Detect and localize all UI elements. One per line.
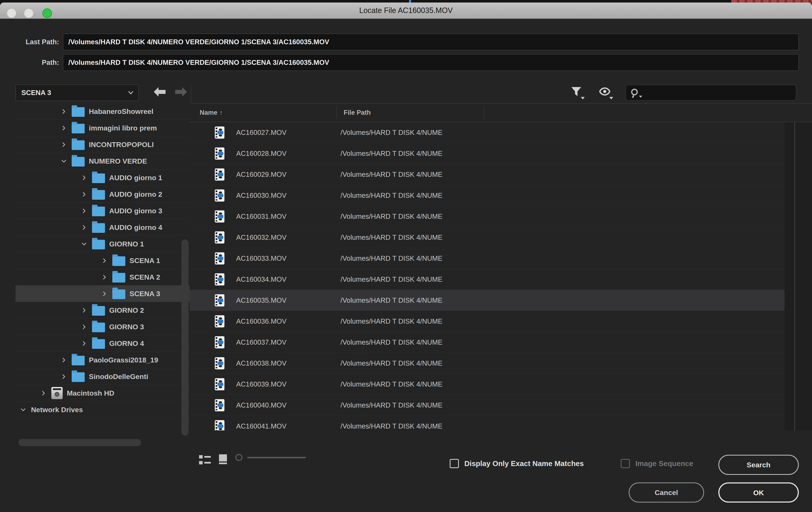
- file-row[interactable]: AC160036.MOV/Volumes/HARD T DISK 4/NUME: [190, 311, 785, 332]
- tree-row[interactable]: AUDIO giorno 3: [16, 203, 190, 219]
- tree-row[interactable]: HabaneroShowreel: [16, 103, 190, 120]
- image-sequence-checkbox[interactable]: [621, 459, 630, 468]
- file-path: /Volumes/HARD T DISK 4/NUME: [341, 129, 481, 137]
- back-arrow-button[interactable]: [153, 86, 166, 97]
- file-row[interactable]: AC160038.MOV/Volumes/HARD T DISK 4/NUME: [190, 353, 785, 374]
- search-input[interactable]: [626, 85, 796, 101]
- media-file-icon: [215, 147, 225, 160]
- column-divider[interactable]: [484, 107, 484, 119]
- file-row[interactable]: AC160037.MOV/Volumes/HARD T DISK 4/NUME: [190, 332, 785, 353]
- chevron-right-icon[interactable]: [60, 141, 67, 148]
- media-file-icon: [215, 357, 225, 369]
- file-row[interactable]: AC160039.MOV/Volumes/HARD T DISK 4/NUME: [190, 374, 785, 395]
- tree-row[interactable]: PaoloGrassi2018_19: [16, 352, 190, 368]
- media-file-icon: [215, 315, 225, 327]
- file-path: /Volumes/HARD T DISK 4/NUME: [341, 422, 481, 430]
- location-dropdown[interactable]: SCENA 3: [16, 84, 139, 101]
- tree-row[interactable]: SCENA 3: [16, 286, 190, 302]
- column-header-file-path[interactable]: File Path: [344, 104, 371, 122]
- tree-row[interactable]: NUMERO VERDE: [16, 153, 190, 169]
- zoom-slider-knob[interactable]: [235, 454, 242, 461]
- tree-row[interactable]: GIORNO 3: [16, 319, 190, 335]
- filter-icon[interactable]: [571, 86, 584, 100]
- file-row[interactable]: AC160035.MOV/Volumes/HARD T DISK 4/NUME: [190, 290, 785, 311]
- tree-row[interactable]: GIORNO 2: [16, 302, 190, 319]
- tree-row[interactable]: AUDIO giorno 1: [16, 169, 190, 186]
- tree-row[interactable]: INCONTROPOPOLI: [16, 136, 190, 153]
- tree-row[interactable]: GIORNO 1: [16, 236, 190, 252]
- eye-icon[interactable]: [599, 86, 613, 100]
- tree-item-label: GIORNO 3: [109, 323, 144, 331]
- chevron-down-icon[interactable]: [19, 406, 27, 413]
- file-row[interactable]: AC160031.MOV/Volumes/HARD T DISK 4/NUME: [190, 206, 785, 227]
- column-header-name[interactable]: Name↑: [200, 104, 223, 122]
- tree-vertical-scrollbar[interactable]: [181, 240, 188, 436]
- chevron-down-icon[interactable]: [80, 240, 88, 248]
- tree-row[interactable]: SinodoDelleGenti: [16, 368, 190, 385]
- tree-item-label: Macintosh HD: [67, 389, 114, 397]
- tree-row[interactable]: SCENA 2: [16, 269, 190, 286]
- file-list: Name↑ File Path AC160027.MOV/Volumes/HAR…: [190, 103, 812, 430]
- file-list-scrollbar-gutter[interactable]: [785, 122, 812, 430]
- file-row[interactable]: AC160033.MOV/Volumes/HARD T DISK 4/NUME: [190, 248, 785, 269]
- file-row[interactable]: AC160041.MOV/Volumes/HARD T DISK 4/NUME: [190, 416, 785, 430]
- media-file-icon: [215, 252, 225, 265]
- zoom-slider-track[interactable]: [247, 457, 306, 458]
- chevron-right-icon[interactable]: [100, 273, 108, 281]
- tree-row[interactable]: SCENA 1: [16, 252, 190, 269]
- folder-icon: [112, 256, 125, 266]
- chevron-right-icon[interactable]: [60, 356, 67, 364]
- file-row[interactable]: AC160030.MOV/Volumes/HARD T DISK 4/NUME: [190, 185, 785, 206]
- thumbnail-view-icon[interactable]: [219, 454, 227, 461]
- file-name: AC160034.MOV: [236, 275, 341, 284]
- tree-row[interactable]: Network Drives: [16, 401, 190, 418]
- tree-item-label: immagini libro prem: [89, 124, 157, 132]
- column-divider[interactable]: [336, 107, 337, 119]
- chevron-right-icon[interactable]: [100, 290, 108, 297]
- tree-row[interactable]: Macintosh HD: [16, 385, 190, 401]
- ok-button[interactable]: OK: [718, 482, 799, 503]
- search-button[interactable]: Search: [718, 455, 799, 475]
- tree-item-label: SCENA 2: [129, 273, 160, 281]
- chevron-right-icon[interactable]: [80, 174, 88, 182]
- file-row[interactable]: AC160028.MOV/Volumes/HARD T DISK 4/NUME: [190, 143, 785, 164]
- tree-row[interactable]: AUDIO giorno 4: [16, 219, 190, 236]
- file-path: /Volumes/HARD T DISK 4/NUME: [341, 191, 481, 199]
- chevron-right-icon[interactable]: [80, 306, 88, 314]
- chevron-right-icon[interactable]: [60, 108, 67, 115]
- file-row[interactable]: AC160029.MOV/Volumes/HARD T DISK 4/NUME: [190, 164, 785, 185]
- chevron-right-icon[interactable]: [60, 373, 67, 380]
- forward-arrow-button[interactable]: [175, 86, 187, 97]
- chevron-right-icon[interactable]: [80, 190, 88, 198]
- chevron-right-icon[interactable]: [60, 124, 67, 132]
- media-file-icon: [215, 399, 225, 411]
- file-path: /Volumes/HARD T DISK 4/NUME: [341, 380, 481, 388]
- file-list-header: Name↑ File Path: [190, 103, 812, 122]
- tree-row[interactable]: GIORNO 4: [16, 335, 190, 352]
- chevron-right-icon[interactable]: [100, 257, 108, 264]
- display-only-exact-name-matches-checkbox[interactable]: [450, 459, 459, 468]
- chevron-right-icon[interactable]: [80, 223, 88, 231]
- file-path: /Volumes/HARD T DISK 4/NUME: [341, 170, 481, 179]
- chevron-down-icon[interactable]: [60, 157, 67, 165]
- media-file-icon: [215, 127, 225, 139]
- chevron-right-icon[interactable]: [80, 207, 88, 215]
- file-row[interactable]: AC160034.MOV/Volumes/HARD T DISK 4/NUME: [190, 269, 785, 290]
- cancel-button[interactable]: Cancel: [629, 482, 704, 503]
- file-name: AC160032.MOV: [236, 234, 341, 241]
- chevron-right-icon[interactable]: [39, 389, 47, 397]
- tree-row[interactable]: immagini libro prem: [16, 120, 190, 136]
- chevron-right-icon[interactable]: [80, 323, 88, 330]
- tree-horizontal-scrollbar[interactable]: [19, 439, 141, 446]
- file-row[interactable]: AC160027.MOV/Volumes/HARD T DISK 4/NUME: [190, 122, 785, 143]
- file-path: /Volumes/HARD T DISK 4/NUME: [341, 254, 481, 262]
- chevron-right-icon[interactable]: [80, 340, 88, 347]
- file-row[interactable]: AC160032.MOV/Volumes/HARD T DISK 4/NUME: [190, 227, 785, 248]
- dialog-title: Locate File AC160035.MOV: [0, 2, 812, 19]
- list-view-icon[interactable]: [199, 455, 211, 466]
- folder-icon: [92, 207, 105, 216]
- tree-item-label: SCENA 1: [129, 257, 160, 265]
- media-file-icon: [215, 231, 225, 244]
- tree-row[interactable]: AUDIO giorno 2: [16, 186, 190, 203]
- file-row[interactable]: AC160040.MOV/Volumes/HARD T DISK 4/NUME: [190, 395, 785, 416]
